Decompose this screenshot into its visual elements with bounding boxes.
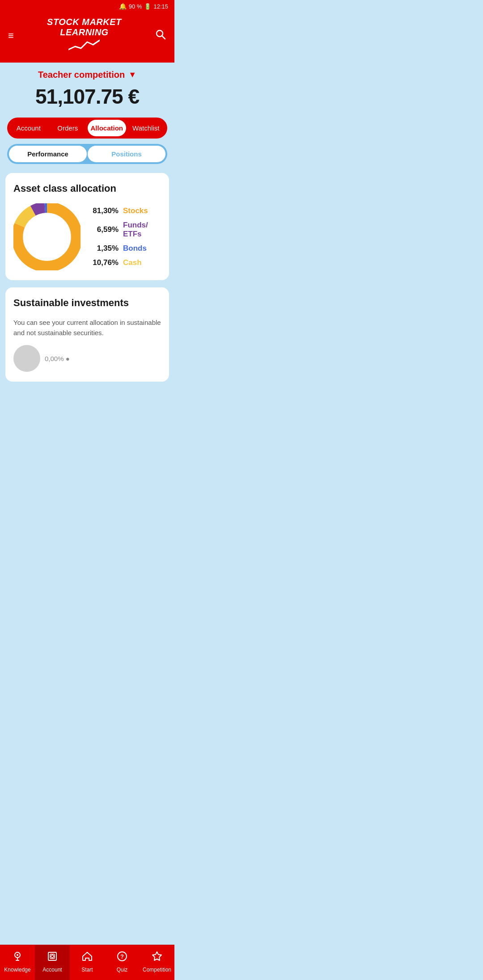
sustainable-pct-preview: 0,00% ● — [45, 355, 70, 362]
brand-title: STOCK MARKET LEARNING — [47, 17, 122, 38]
cash-label: Cash — [123, 258, 142, 267]
bonds-label: Bonds — [123, 244, 147, 253]
svg-line-1 — [162, 36, 165, 39]
asset-allocation-title: Asset class allocation — [13, 183, 161, 194]
tab-allocation[interactable]: Allocation — [88, 120, 126, 136]
sustainable-chart-preview — [13, 345, 40, 372]
legend-stocks: 81,30% Stocks — [89, 206, 161, 215]
notification-icon: 🔔 — [119, 3, 127, 10]
brand-logo: STOCK MARKET LEARNING — [47, 17, 122, 55]
tab-watchlist[interactable]: Watchlist — [127, 120, 165, 136]
funds-label: Funds/ETFs — [123, 221, 148, 239]
menu-button[interactable]: ≡ — [8, 31, 14, 41]
search-button[interactable] — [155, 29, 166, 43]
competition-selector[interactable]: Teacher competition ▼ — [0, 70, 174, 80]
tab-positions[interactable]: Positions — [88, 146, 165, 162]
allocation-content: 81,30% Stocks 6,59% Funds/ETFs 1,35% Bon… — [13, 203, 161, 270]
stocks-label: Stocks — [123, 206, 148, 215]
donut-chart-svg — [13, 203, 80, 270]
main-content: Teacher competition ▼ 51,107.75 € Accoun… — [0, 63, 174, 382]
legend-bonds: 1,35% Bonds — [89, 244, 161, 253]
app-header: ≡ STOCK MARKET LEARNING — [0, 13, 174, 63]
tab-orders[interactable]: Orders — [49, 120, 87, 136]
funds-percent: 6,59% — [89, 225, 119, 234]
stocks-percent: 81,30% — [89, 206, 119, 215]
sub-tabs: Performance Positions — [7, 144, 167, 164]
chevron-down-icon: ▼ — [128, 70, 136, 80]
allocation-legend: 81,30% Stocks 6,59% Funds/ETFs 1,35% Bon… — [89, 206, 161, 267]
sustainable-description: You can see your current allocation in s… — [13, 318, 161, 338]
main-tabs: Account Orders Allocation Watchlist — [7, 118, 167, 139]
donut-chart-wrapper — [13, 203, 80, 270]
status-bar: 🔔 90 % 🔋 12:15 — [0, 0, 174, 13]
time-display: 12:15 — [153, 3, 168, 10]
cash-percent: 10,76% — [89, 258, 119, 267]
competition-label: Teacher competition — [38, 70, 125, 80]
balance-amount: 51,107.75 € — [35, 85, 139, 108]
bonds-percent: 1,35% — [89, 244, 119, 253]
battery-level: 90 % — [129, 3, 142, 10]
tab-performance[interactable]: Performance — [9, 146, 87, 162]
svg-point-6 — [26, 216, 68, 257]
legend-funds: 6,59% Funds/ETFs — [89, 221, 161, 239]
tab-account[interactable]: Account — [9, 120, 48, 136]
sustainable-preview: 0,00% ● — [13, 345, 161, 372]
asset-allocation-card: Asset class allocation — [5, 173, 169, 280]
battery-icon: 🔋 — [144, 3, 151, 10]
sustainable-title: Sustainable investments — [13, 297, 161, 309]
sustainable-card: Sustainable investments You can see your… — [5, 287, 169, 382]
balance-display: 51,107.75 € — [0, 84, 174, 109]
chart-icon — [68, 38, 100, 55]
legend-cash: 10,76% Cash — [89, 258, 161, 267]
